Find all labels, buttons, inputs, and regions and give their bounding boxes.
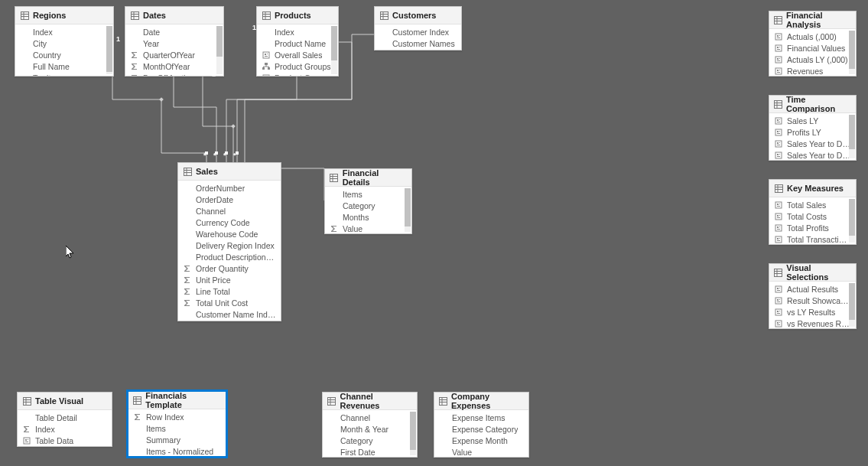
field-row[interactable]: Product Groups Ind <box>257 72 338 76</box>
scrollbar[interactable] <box>405 188 411 232</box>
table-financials-template[interactable]: Financials TemplateRow IndexItemsSummary… <box>127 390 227 458</box>
scrollbar-thumb[interactable] <box>849 115 855 149</box>
scrollbar[interactable] <box>410 412 416 455</box>
scrollbar[interactable] <box>106 26 112 74</box>
scrollbar[interactable] <box>849 115 855 158</box>
field-row[interactable]: Category <box>323 435 417 446</box>
field-row[interactable]: Months <box>325 211 411 223</box>
field-row[interactable]: Items <box>325 188 411 200</box>
table-regions[interactable]: RegionsIndexCityCountryFull NameTerritor… <box>15 6 114 77</box>
scrollbar-thumb[interactable] <box>849 283 855 320</box>
field-row[interactable]: Order Quantity <box>178 262 281 274</box>
table-channel-revenues[interactable]: Channel RevenuesChannelMonth & YearCateg… <box>322 392 418 458</box>
field-row[interactable]: Value <box>434 446 528 457</box>
field-row[interactable]: Channel <box>178 205 281 217</box>
table-visual-selections[interactable]: Visual SelectionsActual ResultsResult Sh… <box>769 263 857 329</box>
table-key-measures[interactable]: Key MeasuresTotal SalesTotal CostsTotal … <box>769 179 857 245</box>
table-company-expenses[interactable]: Company ExpensesExpense ItemsExpense Cat… <box>434 392 529 458</box>
scrollbar-thumb[interactable] <box>849 199 855 236</box>
field-row[interactable]: Total Unit Cost <box>178 297 281 308</box>
field-row[interactable]: Customer Names <box>375 37 461 49</box>
table-financial-analysis[interactable]: Financial AnalysisActuals (,000)Financia… <box>769 11 857 77</box>
table-header-financial-analysis[interactable]: Financial Analysis <box>769 11 856 29</box>
field-row[interactable]: Items - Normalized <box>128 445 226 456</box>
field-row[interactable]: Unit Price <box>178 274 281 285</box>
field-row[interactable]: Result Showcased <box>769 295 856 306</box>
field-row[interactable]: Overall Sales <box>257 49 338 60</box>
field-row[interactable]: Value <box>325 223 411 233</box>
field-row[interactable]: Expense Category <box>434 423 528 435</box>
table-header-table-visual[interactable]: Table Visual <box>18 393 112 410</box>
field-row[interactable]: Expense Month <box>434 435 528 446</box>
table-financial-details[interactable]: Financial DetailsItemsCategoryMonthsValu… <box>324 168 412 234</box>
field-row[interactable]: Month & Year <box>323 423 417 435</box>
table-sales[interactable]: SalesOrderNumberOrderDateChannelCurrency… <box>177 162 281 321</box>
scrollbar-thumb[interactable] <box>849 31 855 69</box>
table-header-financials-template[interactable]: Financials Template <box>128 392 226 409</box>
field-row[interactable]: Delivery Region Index <box>178 240 281 251</box>
field-row[interactable]: Table Data <box>18 435 112 446</box>
field-row[interactable]: Year <box>125 37 223 49</box>
field-row[interactable]: Category <box>325 200 411 211</box>
table-header-visual-selections[interactable]: Visual Selections <box>769 264 856 282</box>
field-row[interactable]: Actual Results <box>769 283 856 295</box>
field-row[interactable]: Channel <box>323 412 417 423</box>
table-table-visual[interactable]: Table VisualTable DetailIndexTable Data <box>17 392 112 447</box>
scrollbar[interactable] <box>849 283 855 327</box>
field-row[interactable]: Sales LY <box>769 115 856 126</box>
field-row[interactable]: DayOfMonth <box>125 72 223 76</box>
field-row[interactable]: Total Costs <box>769 210 856 222</box>
field-row[interactable]: Summary <box>128 434 226 445</box>
field-row[interactable]: Index <box>257 26 338 37</box>
field-row[interactable]: Product Description Index <box>178 251 281 262</box>
field-row[interactable]: Actuals (,000) <box>769 31 856 42</box>
field-row[interactable]: Total Sales <box>769 199 856 210</box>
scrollbar-thumb[interactable] <box>106 26 112 72</box>
field-row[interactable]: Country <box>15 49 113 60</box>
field-row[interactable]: Actuals LY (,000) <box>769 54 856 65</box>
model-canvas[interactable]: RegionsIndexCityCountryFull NameTerritor… <box>0 0 868 466</box>
table-header-time-comparison[interactable]: Time Comparison <box>769 96 856 113</box>
scrollbar-thumb[interactable] <box>410 412 416 450</box>
field-row[interactable]: Total Profits <box>769 222 856 233</box>
scrollbar[interactable] <box>331 26 337 74</box>
field-row[interactable]: Customer Name Index <box>178 308 281 320</box>
table-products[interactable]: ProductsIndexProduct NameOverall SalesPr… <box>256 6 339 77</box>
field-row[interactable]: Revenues <box>769 65 856 76</box>
field-row[interactable]: Product Groups <box>257 60 338 72</box>
table-header-financial-details[interactable]: Financial Details <box>325 169 411 187</box>
field-row[interactable]: QuarterOfYear <box>125 49 223 60</box>
field-row[interactable]: Profits LY <box>769 126 856 138</box>
field-row[interactable]: Product Name <box>257 37 338 49</box>
field-row[interactable]: Full Name <box>15 60 113 72</box>
field-row[interactable]: Warehouse Code <box>178 228 281 240</box>
table-header-regions[interactable]: Regions <box>15 7 113 24</box>
table-header-sales[interactable]: Sales <box>178 163 281 181</box>
field-row[interactable]: Financial Values <box>769 42 856 54</box>
field-row[interactable]: Index <box>18 423 112 435</box>
field-row[interactable]: MonthOfYear <box>125 60 223 72</box>
table-time-comparison[interactable]: Time ComparisonSales LYProfits LYSales Y… <box>769 95 857 161</box>
table-header-channel-revenues[interactable]: Channel Revenues <box>323 393 417 410</box>
field-row[interactable]: First Date <box>323 446 417 457</box>
field-row[interactable]: Sales Year to Date <box>769 138 856 149</box>
field-row[interactable]: City <box>15 37 113 49</box>
table-customers[interactable]: CustomersCustomer IndexCustomer Names <box>374 6 462 51</box>
table-header-key-measures[interactable]: Key Measures <box>769 180 856 197</box>
field-row[interactable]: Row Index <box>128 411 226 422</box>
scrollbar[interactable] <box>849 31 855 74</box>
field-row[interactable]: OrderNumber <box>178 182 281 194</box>
scrollbar[interactable] <box>849 199 855 243</box>
table-header-products[interactable]: Products <box>257 7 338 24</box>
field-row[interactable]: Currency Code <box>178 217 281 228</box>
table-header-company-expenses[interactable]: Company Expenses <box>434 393 528 410</box>
scrollbar-thumb[interactable] <box>405 188 411 226</box>
field-row[interactable]: Date <box>125 26 223 37</box>
scrollbar-thumb[interactable] <box>331 26 337 60</box>
field-row[interactable]: Index <box>15 26 113 37</box>
table-dates[interactable]: DatesDateYearQuarterOfYearMonthOfYearDay… <box>125 6 224 77</box>
field-row[interactable]: Line Total <box>178 285 281 297</box>
scrollbar-thumb[interactable] <box>216 26 223 57</box>
field-row[interactable]: Customer Index <box>375 26 461 37</box>
table-header-dates[interactable]: Dates <box>125 7 223 24</box>
